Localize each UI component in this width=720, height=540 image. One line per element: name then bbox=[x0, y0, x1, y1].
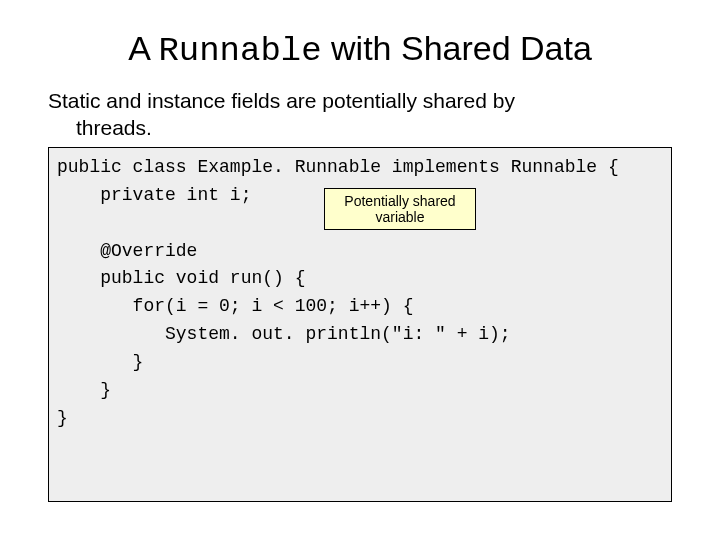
code-line-10: } bbox=[57, 408, 68, 428]
intro-text: Static and instance fields are potential… bbox=[48, 88, 672, 141]
code-line-9: } bbox=[57, 380, 111, 400]
callout-shared-variable: Potentially shared variable bbox=[324, 188, 476, 230]
code-line-8: } bbox=[57, 352, 143, 372]
slide-title: A Runnable with Shared Data bbox=[48, 30, 672, 70]
code-line-7: System. out. println("i: " + i); bbox=[57, 324, 511, 344]
intro-line-2: threads. bbox=[48, 115, 672, 141]
slide: A Runnable with Shared Data Static and i… bbox=[0, 0, 720, 540]
code-box: public class Example. Runnable implement… bbox=[48, 147, 672, 502]
title-prefix: A bbox=[128, 29, 158, 67]
callout-text: Potentially shared variable bbox=[344, 193, 455, 225]
code-line-4: @Override bbox=[57, 241, 197, 261]
code-line-6: for(i = 0; i < 100; i++) { bbox=[57, 296, 413, 316]
intro-line-1: Static and instance fields are potential… bbox=[48, 89, 515, 112]
title-mono: Runnable bbox=[158, 32, 321, 70]
code-line-2: private int i; bbox=[57, 185, 251, 205]
title-suffix: with Shared Data bbox=[322, 29, 592, 67]
code-line-1: public class Example. Runnable implement… bbox=[57, 157, 619, 177]
code-line-5: public void run() { bbox=[57, 268, 305, 288]
